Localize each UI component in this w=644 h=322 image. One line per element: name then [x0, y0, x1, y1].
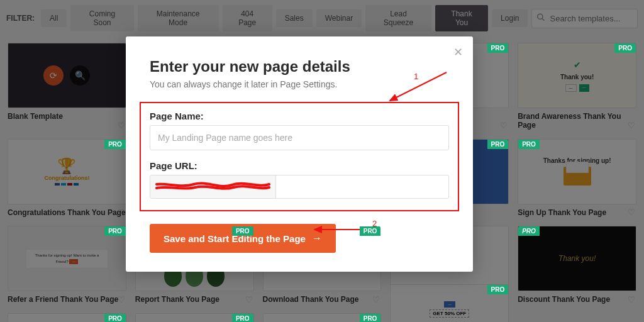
page-url-label: Page URL: — [150, 160, 449, 171]
page-url-row — [150, 175, 449, 199]
highlighted-form-region: Page Name: Page URL: — [140, 102, 459, 211]
page-url-input[interactable] — [276, 175, 448, 198]
close-icon[interactable]: ✕ — [453, 45, 463, 59]
pro-badge: PRO — [614, 43, 636, 53]
redacted-text — [155, 182, 270, 192]
pro-badge: PRO — [232, 226, 253, 236]
pro-badge: PRO — [487, 140, 509, 149]
modal-heading: Enter your new page details — [150, 58, 449, 75]
page-url-prefix — [150, 175, 276, 198]
pro-badge: PRO — [232, 314, 253, 322]
page-name-input[interactable] — [150, 125, 449, 150]
modal-subtitle: You can always change it later in Page S… — [150, 79, 449, 89]
page-name-label: Page Name: — [150, 111, 449, 121]
pro-badge: PRO — [518, 140, 540, 149]
pro-badge: PRO — [104, 226, 126, 236]
pro-badge: PRO — [104, 314, 126, 322]
new-page-modal: ✕ Enter your new page details You can al… — [126, 36, 473, 272]
pro-badge: PRO — [518, 226, 540, 236]
annotation-label-1: 1 — [414, 72, 418, 81]
pro-badge: PRO — [487, 43, 509, 53]
pro-badge: PRO — [104, 140, 126, 149]
pro-badge: PRO — [360, 314, 381, 322]
arrow-right-icon: → — [312, 233, 322, 244]
pro-badge: PRO — [487, 285, 509, 294]
pro-badge: PRO — [360, 226, 381, 236]
